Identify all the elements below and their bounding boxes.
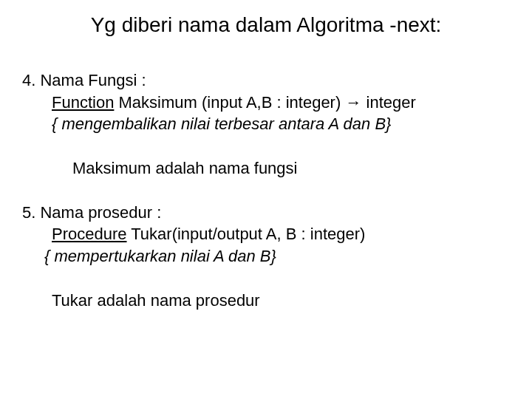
section-4-comment: { mengembalikan nilai terbesar antara A …: [22, 113, 510, 135]
slide: Yg diberi nama dalam Algoritma -next: 4.…: [0, 0, 532, 399]
section-5-signature: Procedure Tukar(input/output A, B : inte…: [22, 223, 510, 245]
section-4-note-block: Maksimum adalah nama fungsi: [22, 157, 510, 180]
signature-tail: integer: [361, 93, 415, 112]
signature-text: Maksimum (input A,B : integer): [114, 93, 345, 112]
section-5-note: Tukar adalah nama prosedur: [22, 290, 510, 312]
section-5-note-block: Tukar adalah nama prosedur: [22, 290, 510, 312]
slide-title: Yg diberi nama dalam Algoritma -next:: [22, 13, 510, 37]
section-4-signature: Function Maksimum (input A,B : integer) …: [22, 92, 510, 114]
slide-body: 4. Nama Fungsi : Function Maksimum (inpu…: [22, 69, 510, 312]
keyword-procedure: Procedure: [52, 225, 127, 243]
section-4: 4. Nama Fungsi : Function Maksimum (inpu…: [22, 69, 510, 135]
arrow-icon: →: [345, 93, 361, 112]
section-4-heading: 4. Nama Fungsi :: [22, 69, 510, 92]
section-5-comment: { mempertukarkan nilai A dan B}: [22, 245, 510, 267]
section-4-note: Maksimum adalah nama fungsi: [22, 157, 510, 180]
section-5-heading: 5. Nama prosedur :: [22, 202, 510, 224]
section-5: 5. Nama prosedur : Procedure Tukar(input…: [22, 202, 510, 267]
signature-text: Tukar(input/output A, B : integer): [127, 225, 366, 243]
keyword-function: Function: [52, 93, 114, 112]
